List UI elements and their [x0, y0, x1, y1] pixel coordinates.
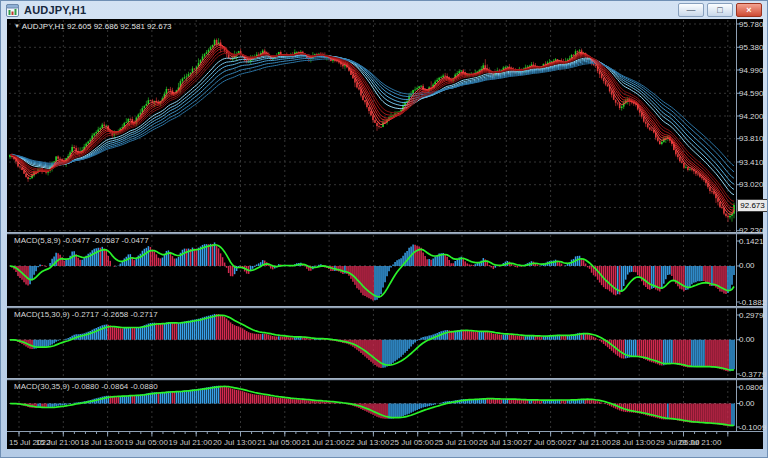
chart-icon: [6, 4, 19, 17]
minimize-button[interactable]: —: [678, 3, 704, 17]
time-axis-label: 21 Jul 21:00: [302, 438, 346, 447]
time-axis-label: 21 Jul 05:00: [257, 438, 301, 447]
time-axis-label: 25 Jul 05:00: [390, 438, 434, 447]
axis-label: 93.020: [739, 180, 765, 189]
chart-canvas[interactable]: [7, 19, 763, 449]
current-price-tag: 92.673: [737, 199, 768, 212]
axis-label: 95.780: [739, 20, 765, 29]
time-axis-label: 22 Jul 13:00: [346, 438, 390, 447]
time-axis-label: 27 Jul 05:00: [523, 438, 567, 447]
axis-label: 0.2979: [739, 311, 765, 320]
maximize-button[interactable]: □: [707, 3, 733, 17]
axis-label: 93.810: [739, 134, 765, 143]
chart-client: ▼ AUDJPY,H1 92.605 92.686 92.581 92.673 …: [7, 19, 763, 449]
titlebar[interactable]: AUDJPY,H1 — □ ×: [1, 1, 767, 19]
chart-window: AUDJPY,H1 — □ × ▼ AUDJPY,H1 92.605 92.68…: [0, 0, 768, 458]
close-button[interactable]: ×: [736, 3, 762, 17]
time-axis-label: 27 Jul 21:00: [567, 438, 611, 447]
axis-label: 94.200: [739, 112, 765, 121]
axis-label: 95.380: [739, 43, 765, 52]
time-axis-label: 28 Jul 13:00: [612, 438, 656, 447]
axis-label: 0.00: [739, 261, 765, 270]
axis-label: 94.990: [739, 66, 765, 75]
axis-label: 94.590: [739, 89, 765, 98]
axis-label: 92.230: [739, 226, 765, 235]
axis-label: 0.0806: [739, 383, 765, 392]
window-title: AUDJPY,H1: [24, 4, 86, 16]
time-axis-label: 20 Jul 13:00: [213, 438, 257, 447]
axis-label: -0.1009: [739, 423, 765, 432]
axis-label: 93.410: [739, 158, 765, 167]
window-buttons: — □ ×: [678, 3, 762, 17]
axis-label: 0.00: [739, 399, 765, 408]
time-axis-label: 19 Jul 21:00: [169, 438, 213, 447]
time-axis-label: 15 Jul 21:00: [36, 438, 80, 447]
axis-label: -0.1882: [739, 298, 765, 307]
axis-label: -0.3779: [739, 370, 765, 379]
time-axis-label: 19 Jul 05:00: [124, 438, 168, 447]
axis-label: 0.1421: [739, 237, 765, 246]
time-axis-label: 25 Jul 21:00: [434, 438, 478, 447]
axis-label: 0.00: [739, 335, 765, 344]
time-axis-label: 26 Jul 13:00: [479, 438, 523, 447]
time-axis-label: 18 Jul 13:00: [80, 438, 124, 447]
time-axis-label: 29 Jul 21:00: [678, 438, 722, 447]
